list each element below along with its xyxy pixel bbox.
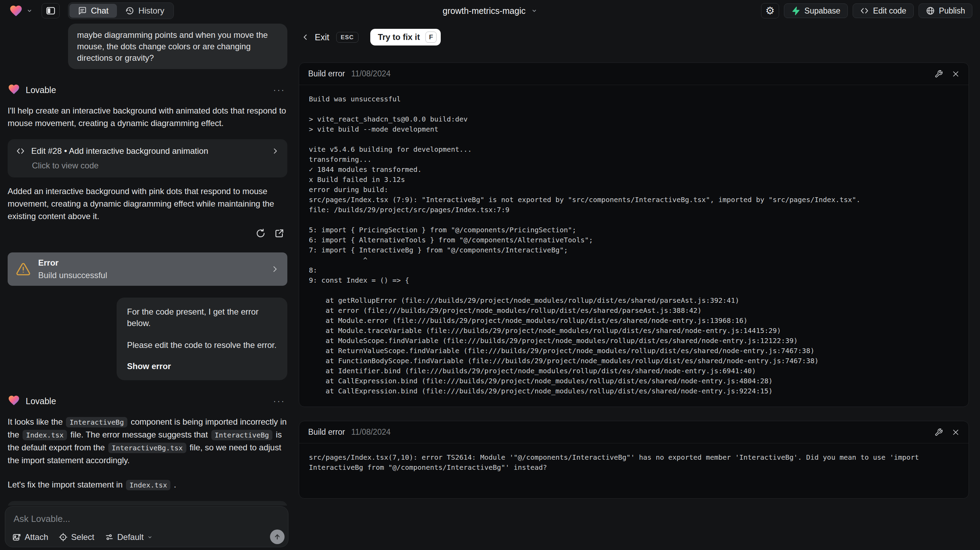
select-target-icon [59, 532, 68, 542]
warning-triangle-icon [16, 262, 30, 276]
console-output: Build was unsuccessful > vite_react_shad… [299, 85, 969, 407]
inline-code: InteractiveBg.tsx [108, 443, 186, 453]
assistant-message-header: Lovable ··· [8, 83, 287, 97]
error-card-subtitle: Build unsuccessful [38, 271, 107, 280]
assistant-paragraph: It looks like the InteractiveBg componen… [8, 416, 287, 467]
chat-input[interactable] [14, 513, 253, 524]
globe-icon [926, 6, 935, 15]
select-label: Select [71, 532, 94, 542]
show-error-link[interactable]: Show error [127, 360, 277, 372]
message-actions [8, 228, 287, 239]
tab-history[interactable]: History [117, 4, 173, 18]
user-error-line1: For the code present, I get the error be… [127, 306, 277, 329]
build-error-date: 11/08/2024 [351, 427, 390, 437]
fix-wrench-icon[interactable] [935, 70, 943, 78]
publish-label: Publish [939, 6, 965, 16]
preview-panel: Exit ESC Try to fix it F Build error 11/… [293, 22, 980, 550]
topbar-actions: ⚙ Supabase Edit code Publish [761, 3, 972, 18]
assistant-paragraph: Added an interactive background with pin… [8, 185, 287, 223]
console-output: src/pages/Index.tsx(7,10): error TS2614:… [299, 443, 969, 498]
mode-label: Default [117, 532, 144, 542]
tab-chat-label: Chat [91, 6, 109, 16]
edit-29-card[interactable]: Edit #29 • Fix import error for Interact… [8, 501, 287, 505]
project-name: growth-metrics-magic [443, 6, 526, 16]
lovable-logo-menu[interactable] [9, 4, 33, 18]
select-button[interactable]: Select [59, 532, 94, 542]
assistant-message-header: Lovable ··· [8, 394, 287, 408]
build-error-console: src/pages/Index.tsx(7,10): error TS2614:… [299, 443, 969, 498]
more-options-icon[interactable]: ··· [273, 396, 285, 407]
close-icon[interactable] [952, 70, 959, 78]
project-switcher[interactable]: growth-metrics-magic [443, 6, 538, 16]
sidebar-toggle-button[interactable] [41, 3, 60, 18]
tab-chat[interactable]: Chat [69, 4, 117, 18]
preview-header: Exit ESC Try to fix it F [302, 29, 969, 46]
text-segment: . [172, 480, 176, 489]
edit-28-title: Edit #28 • Add interactive background an… [31, 146, 208, 156]
chevron-right-icon [271, 147, 279, 155]
error-card-title: Error [38, 258, 107, 268]
f-key-badge: F [425, 32, 437, 43]
supabase-label: Supabase [804, 6, 840, 16]
esc-key-badge: ESC [336, 32, 358, 43]
inline-code: Index.tsx [22, 430, 67, 440]
build-error-card[interactable]: Error Build unsuccessful [8, 252, 287, 286]
lovable-heart-icon [8, 394, 20, 408]
chat-history-tabs: Chat History [68, 2, 174, 19]
code-brackets-icon [16, 147, 25, 156]
edit-code-button[interactable]: Edit code [853, 3, 914, 18]
attach-label: Attach [25, 532, 48, 542]
app-window: Chat History growth-metrics-magic ⚙ [0, 0, 980, 550]
chat-panel: maybe diagramming points and when you mo… [0, 22, 293, 550]
user-message-text: maybe diagramming points and when you mo… [77, 30, 268, 62]
inline-code: InteractiveBg [212, 430, 273, 440]
mode-dropdown[interactable]: Default [105, 532, 153, 542]
restore-icon[interactable] [255, 228, 266, 239]
tab-history-label: History [138, 6, 164, 16]
user-error-message: For the code present, I get the error be… [116, 298, 287, 380]
chat-messages: maybe diagramming points and when you mo… [0, 22, 293, 505]
more-options-icon[interactable]: ··· [273, 85, 285, 96]
top-bar: Chat History growth-metrics-magic ⚙ [0, 0, 980, 22]
chat-icon [78, 6, 87, 15]
exit-button[interactable]: Exit [315, 32, 329, 42]
inline-code: Index.tsx [126, 480, 170, 490]
build-error-console: Build was unsuccessful > vite_react_shad… [299, 85, 969, 407]
main-area: maybe diagramming points and when you mo… [0, 22, 980, 550]
chevron-down-icon [147, 534, 153, 540]
build-error-log-card-1: Build error 11/08/2024 Build was unsucce… [299, 62, 969, 407]
edit-28-card[interactable]: Edit #28 • Add interactive background an… [8, 139, 287, 177]
lovable-heart-icon [9, 4, 23, 18]
assistant-name: Lovable [26, 396, 56, 406]
build-error-date: 11/08/2024 [351, 69, 390, 78]
publish-button[interactable]: Publish [919, 3, 972, 18]
build-error-card-header: Build error 11/08/2024 [299, 63, 969, 85]
assistant-name: Lovable [26, 85, 56, 95]
gear-icon: ⚙ [765, 6, 775, 16]
sliders-icon [105, 532, 114, 542]
code-brackets-icon [860, 6, 869, 15]
build-error-card-header: Build error 11/08/2024 [299, 421, 969, 443]
supabase-bolt-icon [791, 6, 800, 15]
attach-image-icon [12, 532, 21, 542]
user-message: maybe diagramming points and when you mo… [68, 24, 287, 69]
text-segment: Let's fix the import statement in [8, 480, 125, 489]
build-error-title: Build error [308, 427, 345, 437]
fix-wrench-icon[interactable] [935, 428, 943, 437]
composer-toolbar: Attach Select [12, 532, 281, 542]
chevron-left-icon[interactable] [302, 33, 309, 41]
edit-code-label: Edit code [873, 6, 907, 16]
supabase-button[interactable]: Supabase [784, 3, 848, 18]
open-external-icon[interactable] [274, 228, 285, 239]
settings-button[interactable]: ⚙ [761, 3, 779, 18]
try-to-fix-button[interactable]: Try to fix it F [370, 29, 441, 46]
user-error-line2: Please edit the code to resolve the erro… [127, 339, 277, 351]
arrow-up-icon [274, 533, 281, 540]
assistant-paragraph: Let's fix the import statement in Index.… [8, 478, 287, 491]
send-button[interactable] [270, 529, 285, 544]
attach-button[interactable]: Attach [12, 532, 48, 542]
text-segment: It looks like the [8, 417, 65, 426]
assistant-paragraph: I'll help create an interactive backgrou… [8, 105, 287, 129]
close-icon[interactable] [952, 429, 959, 436]
chat-composer: Attach Select [5, 506, 288, 547]
